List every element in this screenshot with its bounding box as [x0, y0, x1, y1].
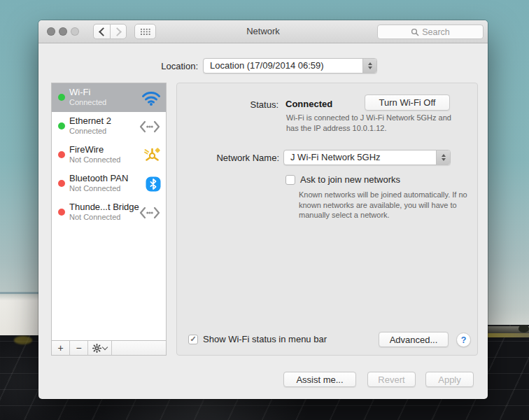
service-status: Not Connected: [69, 213, 120, 221]
service-actions-bar: + −: [52, 340, 166, 355]
status-label: Status:: [177, 99, 278, 110]
assist-me-button[interactable]: Assist me...: [283, 372, 356, 387]
roof-moss: [14, 336, 32, 344]
disconnected-status-dot: [58, 180, 65, 187]
service-status: Not Connected: [69, 155, 120, 164]
ask-to-join-checkbox[interactable]: ✓: [285, 175, 295, 185]
search-input[interactable]: Search: [377, 24, 484, 39]
location-value: Location (17/09/2014 06:59): [210, 59, 324, 73]
location-label: Location:: [115, 61, 198, 71]
network-name-select[interactable]: J Wi-Fi Network 5GHz: [283, 150, 451, 165]
list-item-bluetooth-pan[interactable]: Bluetooth PAN Not Connected: [52, 169, 166, 198]
service-name: Thunde...t Bridge: [69, 202, 139, 212]
connected-status-dot: [58, 94, 65, 101]
status-value: Connected: [285, 99, 332, 109]
gear-icon: [92, 344, 101, 353]
titlebar[interactable]: Network Search: [38, 20, 488, 43]
status-description: Wi-Fi is connected to J Wi-Fi Network 5G…: [286, 113, 461, 133]
chevron-left-icon: [99, 27, 108, 36]
location-select[interactable]: Location (17/09/2014 06:59): [203, 58, 377, 74]
wifi-detail-panel: Status: Connected Turn Wi-Fi Off Wi-Fi i…: [176, 83, 478, 356]
grid-icon: [140, 28, 150, 36]
stepper-arrows-icon: [362, 59, 376, 73]
ask-to-join-label: Ask to join new networks: [300, 174, 400, 185]
firewire-icon: [143, 146, 161, 164]
network-services-list: Wi-Fi Connected Ethernet 2 Connected: [51, 83, 167, 356]
service-status: Connected: [69, 98, 106, 106]
back-button[interactable]: [93, 24, 110, 39]
service-name: Bluetooth PAN: [69, 173, 128, 183]
bird-silhouette: [519, 325, 529, 332]
service-name: Ethernet 2: [69, 115, 111, 126]
stepper-arrows-icon: [436, 150, 450, 164]
search-icon: [411, 28, 419, 36]
chevron-down-icon: [102, 344, 108, 350]
checkmark-icon: ✓: [190, 335, 196, 343]
ethernet-icon: [139, 120, 161, 134]
forward-button[interactable]: [110, 24, 127, 39]
list-item-thunderbolt-bridge[interactable]: Thunde...t Bridge Not Connected: [52, 198, 166, 227]
nav-button-group: [93, 24, 127, 39]
service-name: Wi-Fi: [69, 87, 90, 97]
wall-roofline: [0, 292, 41, 294]
chevron-right-icon: [113, 27, 122, 36]
ask-to-join-description: Known networks will be joined automatica…: [299, 190, 475, 220]
disconnected-status-dot: [58, 151, 65, 158]
wifi-icon: [141, 90, 161, 106]
disconnected-status-dot: [58, 209, 65, 216]
desktop-background: Network Search Location: Location (17/09…: [0, 0, 529, 420]
show-wifi-menubar-label: Show Wi-Fi status in menu bar: [203, 334, 327, 344]
service-options-button[interactable]: [88, 341, 112, 355]
network-name-label: Network Name:: [177, 153, 279, 163]
zoom-window-button[interactable]: [71, 27, 79, 36]
list-item-firewire[interactable]: FireWire Not Connected: [52, 141, 166, 169]
advanced-button[interactable]: Advanced...: [379, 332, 449, 347]
list-item-wifi[interactable]: Wi-Fi Connected: [52, 83, 166, 112]
roof-ridge-beam: [488, 333, 529, 337]
remove-service-button[interactable]: −: [70, 341, 88, 355]
show-wifi-menubar-checkbox[interactable]: ✓: [188, 335, 198, 344]
apply-button[interactable]: Apply: [425, 372, 474, 387]
connected-status-dot: [58, 122, 65, 130]
network-name-value: J Wi-Fi Network 5GHz: [290, 150, 381, 164]
list-item-ethernet-2[interactable]: Ethernet 2 Connected: [52, 112, 166, 141]
show-all-button[interactable]: [134, 24, 156, 39]
minimize-window-button[interactable]: [59, 27, 67, 36]
search-placeholder: Search: [422, 27, 450, 37]
turn-wifi-off-button[interactable]: Turn Wi-Fi Off: [365, 94, 450, 111]
add-service-button[interactable]: +: [52, 341, 70, 355]
bridge-icon: [139, 206, 161, 220]
help-button[interactable]: ?: [456, 332, 471, 347]
service-status: Connected: [69, 127, 106, 135]
network-preferences-window: Network Search Location: Location (17/09…: [38, 20, 488, 399]
service-name: FireWire: [69, 144, 104, 155]
close-window-button[interactable]: [47, 27, 55, 36]
bluetooth-icon: [146, 176, 161, 192]
revert-button[interactable]: Revert: [367, 372, 416, 387]
service-status: Not Connected: [69, 184, 120, 192]
white-wall: [0, 292, 41, 335]
